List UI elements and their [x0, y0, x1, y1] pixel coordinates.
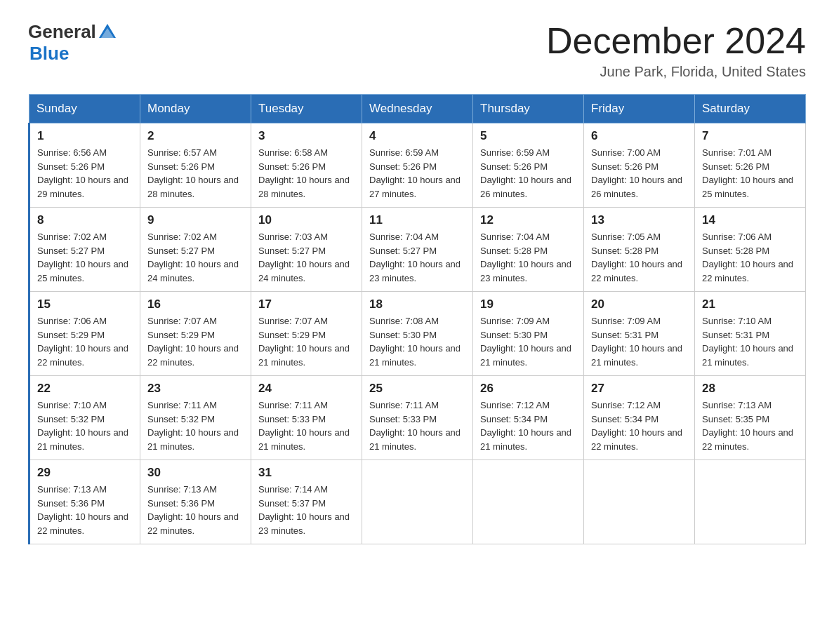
calendar-cell: 22Sunrise: 7:10 AMSunset: 5:32 PMDayligh… [29, 376, 140, 460]
day-number: 9 [147, 213, 244, 227]
calendar-cell: 2Sunrise: 6:57 AMSunset: 5:26 PMDaylight… [140, 123, 251, 208]
calendar-header-saturday: Saturday [695, 95, 806, 123]
location-subtitle: June Park, Florida, United States [546, 64, 806, 80]
calendar-cell: 13Sunrise: 7:05 AMSunset: 5:28 PMDayligh… [584, 208, 695, 292]
calendar-cell: 25Sunrise: 7:11 AMSunset: 5:33 PMDayligh… [362, 376, 473, 460]
day-number: 1 [37, 129, 133, 143]
day-number: 25 [369, 382, 465, 396]
day-number: 18 [369, 297, 465, 311]
calendar-cell: 11Sunrise: 7:04 AMSunset: 5:27 PMDayligh… [362, 208, 473, 292]
day-number: 6 [591, 129, 687, 143]
day-number: 26 [480, 382, 576, 396]
day-number: 30 [147, 466, 244, 480]
day-info: Sunrise: 6:59 AMSunset: 5:26 PMDaylight:… [369, 146, 465, 201]
calendar-cell: 19Sunrise: 7:09 AMSunset: 5:30 PMDayligh… [473, 292, 584, 376]
calendar-header-friday: Friday [584, 95, 695, 123]
day-number: 13 [591, 213, 687, 227]
calendar-header-tuesday: Tuesday [251, 95, 362, 123]
calendar-cell: 17Sunrise: 7:07 AMSunset: 5:29 PMDayligh… [251, 292, 362, 376]
day-info: Sunrise: 7:08 AMSunset: 5:30 PMDaylight:… [369, 314, 465, 369]
day-info: Sunrise: 7:06 AMSunset: 5:29 PMDaylight:… [37, 314, 133, 369]
calendar-cell: 6Sunrise: 7:00 AMSunset: 5:26 PMDaylight… [584, 123, 695, 208]
day-info: Sunrise: 7:11 AMSunset: 5:33 PMDaylight:… [369, 398, 465, 453]
day-info: Sunrise: 7:04 AMSunset: 5:27 PMDaylight:… [369, 230, 465, 285]
calendar-cell: 26Sunrise: 7:12 AMSunset: 5:34 PMDayligh… [473, 376, 584, 460]
calendar-header-monday: Monday [140, 95, 251, 123]
day-number: 29 [37, 466, 133, 480]
day-info: Sunrise: 7:06 AMSunset: 5:28 PMDaylight:… [702, 230, 798, 285]
calendar-header-thursday: Thursday [473, 95, 584, 123]
day-number: 17 [258, 297, 355, 311]
day-info: Sunrise: 7:12 AMSunset: 5:34 PMDaylight:… [591, 398, 687, 453]
page-header: General Blue December 2024 June Park, Fl… [28, 21, 806, 80]
calendar-cell: 21Sunrise: 7:10 AMSunset: 5:31 PMDayligh… [695, 292, 806, 376]
calendar-cell: 5Sunrise: 6:59 AMSunset: 5:26 PMDaylight… [473, 123, 584, 208]
calendar-header-wednesday: Wednesday [362, 95, 473, 123]
calendar-cell: 14Sunrise: 7:06 AMSunset: 5:28 PMDayligh… [695, 208, 806, 292]
day-number: 28 [702, 382, 798, 396]
day-number: 8 [37, 213, 133, 227]
calendar-cell: 3Sunrise: 6:58 AMSunset: 5:26 PMDaylight… [251, 123, 362, 208]
day-info: Sunrise: 6:56 AMSunset: 5:26 PMDaylight:… [37, 146, 133, 201]
calendar-cell: 10Sunrise: 7:03 AMSunset: 5:27 PMDayligh… [251, 208, 362, 292]
day-info: Sunrise: 7:10 AMSunset: 5:32 PMDaylight:… [37, 398, 133, 453]
day-info: Sunrise: 7:01 AMSunset: 5:26 PMDaylight:… [702, 146, 798, 201]
calendar-cell: 9Sunrise: 7:02 AMSunset: 5:27 PMDaylight… [140, 208, 251, 292]
day-number: 16 [147, 297, 244, 311]
calendar-cell: 1Sunrise: 6:56 AMSunset: 5:26 PMDaylight… [29, 123, 140, 208]
calendar-cell: 8Sunrise: 7:02 AMSunset: 5:27 PMDaylight… [29, 208, 140, 292]
calendar-cell: 12Sunrise: 7:04 AMSunset: 5:28 PMDayligh… [473, 208, 584, 292]
day-number: 24 [258, 382, 355, 396]
day-number: 10 [258, 213, 355, 227]
day-info: Sunrise: 7:13 AMSunset: 5:35 PMDaylight:… [702, 398, 798, 453]
calendar-cell: 28Sunrise: 7:13 AMSunset: 5:35 PMDayligh… [695, 376, 806, 460]
logo-blue-text: Blue [29, 43, 69, 65]
calendar-week-row: 1Sunrise: 6:56 AMSunset: 5:26 PMDaylight… [29, 123, 806, 208]
day-info: Sunrise: 7:13 AMSunset: 5:36 PMDaylight:… [37, 483, 133, 537]
day-info: Sunrise: 6:59 AMSunset: 5:26 PMDaylight:… [480, 146, 576, 201]
day-number: 15 [37, 297, 133, 311]
calendar-cell: 24Sunrise: 7:11 AMSunset: 5:33 PMDayligh… [251, 376, 362, 460]
calendar-cell: 27Sunrise: 7:12 AMSunset: 5:34 PMDayligh… [584, 376, 695, 460]
day-info: Sunrise: 7:04 AMSunset: 5:28 PMDaylight:… [480, 230, 576, 285]
day-info: Sunrise: 7:10 AMSunset: 5:31 PMDaylight:… [702, 314, 798, 369]
month-title: December 2024 [546, 21, 806, 61]
calendar-cell: 31Sunrise: 7:14 AMSunset: 5:37 PMDayligh… [251, 460, 362, 544]
day-info: Sunrise: 7:02 AMSunset: 5:27 PMDaylight:… [37, 230, 133, 285]
calendar-cell: 15Sunrise: 7:06 AMSunset: 5:29 PMDayligh… [29, 292, 140, 376]
calendar-header-sunday: Sunday [29, 95, 140, 123]
title-area: December 2024 June Park, Florida, United… [546, 21, 806, 80]
calendar-cell [695, 460, 806, 544]
day-info: Sunrise: 7:09 AMSunset: 5:30 PMDaylight:… [480, 314, 576, 369]
day-number: 23 [147, 382, 244, 396]
calendar-cell: 16Sunrise: 7:07 AMSunset: 5:29 PMDayligh… [140, 292, 251, 376]
calendar-cell [362, 460, 473, 544]
day-info: Sunrise: 7:11 AMSunset: 5:32 PMDaylight:… [147, 398, 244, 453]
day-number: 19 [480, 297, 576, 311]
day-number: 14 [702, 213, 798, 227]
day-number: 3 [258, 129, 355, 143]
day-info: Sunrise: 6:58 AMSunset: 5:26 PMDaylight:… [258, 146, 355, 201]
day-info: Sunrise: 7:12 AMSunset: 5:34 PMDaylight:… [480, 398, 576, 453]
calendar-cell: 30Sunrise: 7:13 AMSunset: 5:36 PMDayligh… [140, 460, 251, 544]
calendar-cell [584, 460, 695, 544]
day-info: Sunrise: 7:00 AMSunset: 5:26 PMDaylight:… [591, 146, 687, 201]
day-info: Sunrise: 6:57 AMSunset: 5:26 PMDaylight:… [147, 146, 244, 201]
day-number: 12 [480, 213, 576, 227]
day-info: Sunrise: 7:14 AMSunset: 5:37 PMDaylight:… [258, 483, 355, 537]
calendar-cell [473, 460, 584, 544]
calendar-week-row: 15Sunrise: 7:06 AMSunset: 5:29 PMDayligh… [29, 292, 806, 376]
day-info: Sunrise: 7:07 AMSunset: 5:29 PMDaylight:… [258, 314, 355, 369]
day-info: Sunrise: 7:07 AMSunset: 5:29 PMDaylight:… [147, 314, 244, 369]
calendar-cell: 4Sunrise: 6:59 AMSunset: 5:26 PMDaylight… [362, 123, 473, 208]
day-number: 22 [37, 382, 133, 396]
day-number: 4 [369, 129, 465, 143]
calendar-cell: 7Sunrise: 7:01 AMSunset: 5:26 PMDaylight… [695, 123, 806, 208]
day-info: Sunrise: 7:05 AMSunset: 5:28 PMDaylight:… [591, 230, 687, 285]
day-number: 7 [702, 129, 798, 143]
day-number: 2 [147, 129, 244, 143]
logo-general-text: General [28, 21, 96, 43]
logo-icon [98, 22, 117, 42]
day-number: 5 [480, 129, 576, 143]
calendar-cell: 18Sunrise: 7:08 AMSunset: 5:30 PMDayligh… [362, 292, 473, 376]
